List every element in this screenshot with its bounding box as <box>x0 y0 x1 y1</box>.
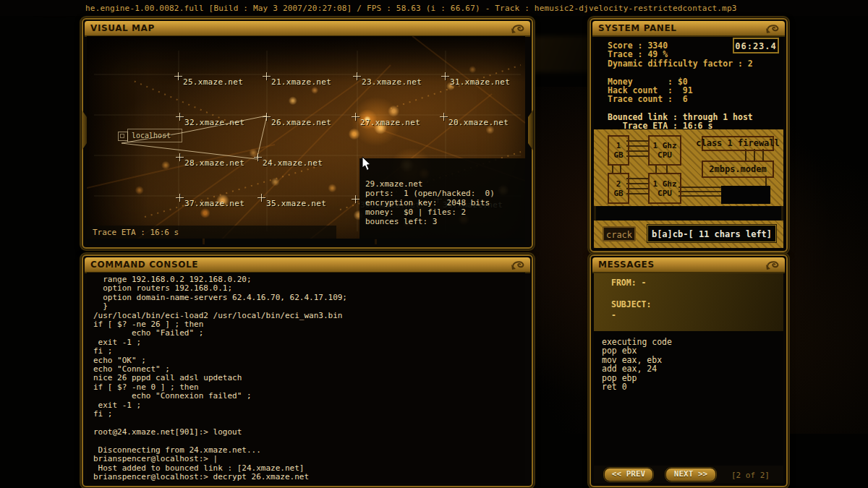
message-text: executing code pop ebx mov eax, ebx add … <box>602 338 672 391</box>
host-tooltip: 29.xmaze.net ports: 1 (open/hacked: 0) e… <box>359 158 525 239</box>
panel-title: COMMAND CONSOLE <box>90 260 198 270</box>
frame-notch <box>528 110 533 150</box>
node-label: 25.xmaze.net <box>183 77 243 87</box>
message-subject-value: - <box>611 310 616 320</box>
command-console-header: COMMAND CONSOLE <box>85 257 530 273</box>
message-pager: [2 of 2] <box>731 471 770 480</box>
tooltip-host-name: 29.xmaze.net <box>365 179 520 189</box>
swirl-ornament-icon <box>765 259 780 270</box>
hardware-ram-2: 2 GB <box>608 173 629 204</box>
node-crosshair-icon <box>258 194 265 202</box>
messages-footer: << PREV NEXT >> [2 of 2] <box>594 466 783 483</box>
panel-title: VISUAL MAP <box>90 23 155 33</box>
next-message-button[interactable]: NEXT >> <box>665 468 716 481</box>
frame-notch <box>82 110 87 150</box>
node-crosshair-icon <box>353 72 361 80</box>
command-console-panel: COMMAND CONSOLE range 192.168.0.2 192.16… <box>82 254 533 487</box>
map-node[interactable]: 28.xmaze.net <box>184 158 244 168</box>
system-panel-header: SYSTEM PANEL <box>592 21 785 37</box>
map-bottom-bar <box>87 239 203 244</box>
node-crosshair-icon <box>174 72 182 80</box>
message-from: FROM: - <box>611 278 646 288</box>
messages-header: MESSAGES <box>592 257 785 273</box>
map-node[interactable]: 25.xmaze.net <box>183 77 243 87</box>
map-node[interactable]: 23.xmaze.net <box>362 77 422 87</box>
node-label: 37.xmaze.net <box>184 199 244 208</box>
hardware-empty-slot <box>721 186 770 204</box>
node-label: 32.xmaze.net <box>184 118 244 127</box>
node-crosshair-icon <box>263 113 271 121</box>
computer-icon <box>118 132 128 141</box>
node-crosshair-icon <box>352 195 359 203</box>
node-crosshair-icon <box>352 113 359 121</box>
map-node[interactable]: 26.xmaze.net <box>271 118 331 127</box>
game-screen: he.engine-1.00.0082.full [Build : May 3 … <box>0 0 868 488</box>
crack-button[interactable]: crack <box>603 226 636 241</box>
map-node[interactable]: 20.xmaze.net <box>448 118 509 127</box>
localhost-label: localhost <box>132 132 171 140</box>
hardware-diagram: 1 GB 1 Ghz CPU class 1 firewall 2mbps.mo… <box>594 129 783 206</box>
message-subject-label: SUBJECT: <box>611 299 651 309</box>
map-node[interactable]: 37.xmaze.net <box>184 199 244 208</box>
separator-band <box>594 206 783 221</box>
visual-map-panel: VISUAL MAP <box>82 18 533 249</box>
score-stats: Score : 3340 Trace : 49 % Dynamic diffic… <box>608 41 753 104</box>
node-crosshair-icon <box>176 113 184 121</box>
node-crosshair-icon <box>263 72 271 80</box>
node-label: 27.xmaze.net <box>360 118 420 127</box>
node-label: 20.xmaze.net <box>448 118 509 127</box>
crack-input[interactable]: b[a]cb-[ 11 chars left] <box>647 225 776 242</box>
map-node[interactable]: 24.xmaze.net <box>263 158 323 168</box>
message-body: executing code pop ebx mov eax, ebx add … <box>594 331 783 466</box>
panel-title: MESSAGES <box>598 260 655 270</box>
console-output[interactable]: range 192.168.0.2 192.168.0.20; option r… <box>87 273 525 483</box>
hardware-modem: 2mbps.modem <box>702 160 774 178</box>
level-timer: 06:23.4 <box>733 38 779 53</box>
map-node[interactable]: 35.xmaze.net <box>266 199 326 208</box>
system-panel: SYSTEM PANEL Score : 3340 Trace : 49 % D… <box>590 18 788 252</box>
visual-map-header: VISUAL MAP <box>85 21 530 37</box>
map-bottom-bar <box>205 239 375 244</box>
engine-status-bar: he.engine-1.00.0082.full [Build : May 3 … <box>0 0 868 16</box>
map-node[interactable]: 32.xmaze.net <box>184 118 244 127</box>
map-node[interactable]: 31.xmaze.net <box>450 77 510 87</box>
node-label: 28.xmaze.net <box>184 158 244 168</box>
map-bottom-bar <box>377 239 525 244</box>
hardware-cpu-1: 1 Ghz CPU <box>648 135 681 166</box>
hardware-firewall: class 1 firewall <box>702 136 774 151</box>
node-crosshair-icon <box>176 153 184 161</box>
node-label: 21.xmaze.net <box>271 77 331 87</box>
message-meta: FROM: - SUBJECT: - <box>594 273 783 331</box>
node-crosshair-icon <box>441 72 449 80</box>
node-label: 24.xmaze.net <box>263 158 323 168</box>
node-crosshair-icon <box>254 153 262 161</box>
node-crosshair-icon <box>440 113 448 121</box>
swirl-ornament-icon <box>765 22 780 34</box>
swirl-ornament-icon <box>510 22 526 34</box>
map-node[interactable]: 21.xmaze.net <box>271 77 331 87</box>
map-node[interactable]: 27.xmaze.net <box>360 118 420 127</box>
bounce-stats: Bounced link : through 1 host Trace ETA … <box>608 113 753 131</box>
city-map[interactable]: localhost 25.xmaze.net21.xmaze.net23.xma… <box>87 36 525 244</box>
prev-message-button[interactable]: << PREV <box>604 468 653 481</box>
node-label: 35.xmaze.net <box>266 199 326 208</box>
hardware-cpu-2: 1 Ghz CPU <box>648 173 681 204</box>
tooltip-host-details: ports: 1 (open/hacked: 0) encryption key… <box>365 189 495 226</box>
crack-toolbar: crack b[a]cb-[ 11 chars left] <box>594 221 783 248</box>
console-text: range 192.168.0.2 192.168.0.20; option r… <box>93 275 347 481</box>
swirl-ornament-icon <box>510 259 526 270</box>
mouse-cursor-icon <box>362 157 372 171</box>
engine-status-text: he.engine-1.00.0082.full [Build : May 3 … <box>85 4 737 13</box>
messages-panel: MESSAGES FROM: - SUBJECT: - executing co… <box>590 254 788 487</box>
node-label: 23.xmaze.net <box>362 77 422 87</box>
hardware-ram-1: 1 GB <box>608 135 629 166</box>
trace-eta-text: Trace ETA : 16:6 s <box>93 228 179 237</box>
stats-area: Score : 3340 Trace : 49 % Dynamic diffic… <box>594 37 783 129</box>
panel-title: SYSTEM PANEL <box>598 23 677 33</box>
node-label: 31.xmaze.net <box>450 77 510 87</box>
node-label: 26.xmaze.net <box>271 118 331 127</box>
timer-value: 06:23.4 <box>734 41 778 51</box>
node-crosshair-icon <box>176 194 184 202</box>
trace-eta-band: Trace ETA : 16:6 s <box>87 226 336 239</box>
